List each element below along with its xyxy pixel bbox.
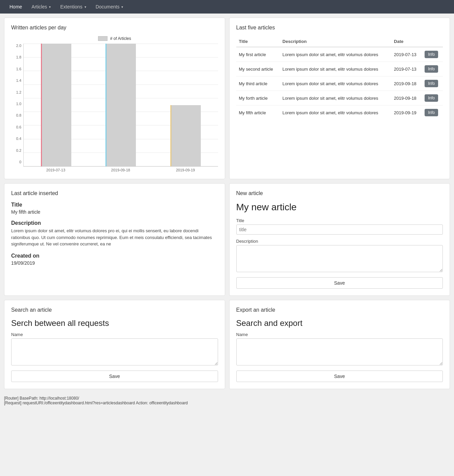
col-title: Title <box>236 36 280 47</box>
info-button[interactable]: Info <box>425 94 438 102</box>
export-save-button[interactable]: Save <box>236 371 443 382</box>
bar-yellow-line <box>170 105 171 167</box>
bar-2 <box>105 44 136 166</box>
footer: [Router] BasePath: http://localhost:1808… <box>0 393 454 408</box>
chart-container: 2.0 1.8 1.6 1.4 1.2 1.0 0.8 0.6 0.4 0.2 … <box>11 44 218 172</box>
export-article-card: Export an article Search and export Name… <box>229 300 450 389</box>
search-save-button[interactable]: Save <box>11 371 218 382</box>
chart-grid <box>23 44 218 167</box>
nav-documents[interactable]: Documents ▾ <box>92 1 127 12</box>
new-article-card: New article My new article Title Descrip… <box>229 183 450 296</box>
article-title: My fifth article <box>236 105 280 120</box>
col-date: Date <box>391 36 422 47</box>
info-button[interactable]: Info <box>425 65 438 73</box>
article-date: 2019-09-18 <box>391 91 422 105</box>
last-five-card: Last five articles Title Description Dat… <box>229 18 450 179</box>
article-date: 2019-09-18 <box>391 76 422 91</box>
legend-label: # of Articles <box>110 36 131 41</box>
article-description: Lorem ipsum dolor sit amet, elitr volumu… <box>280 76 391 91</box>
bar-3 <box>170 105 201 167</box>
new-article-save-button[interactable]: Save <box>236 277 443 289</box>
chevron-down-icon: ▾ <box>49 5 51 9</box>
search-name-textarea[interactable] <box>11 338 218 365</box>
table-row: My fifth article Lorem ipsum dolor sit a… <box>236 105 443 120</box>
title-label: Title <box>11 202 218 208</box>
info-button[interactable]: Info <box>425 80 438 87</box>
article-date: 2019-09-19 <box>391 105 422 120</box>
article-info-cell: Info <box>422 62 443 76</box>
main-content: Written articles per day # of Articles 2… <box>0 14 454 393</box>
new-article-section-title: New article <box>236 190 443 196</box>
search-section-title: Search an article <box>11 307 218 313</box>
new-description-textarea[interactable] <box>236 245 443 272</box>
x-label-1: 2019-07-13 <box>41 168 71 172</box>
article-description: Lorem ipsum dolor sit amet, elitr volumu… <box>280 47 391 62</box>
article-title: My first article <box>236 47 280 62</box>
chart-card: Written articles per day # of Articles 2… <box>4 18 225 179</box>
chevron-down-icon: ▾ <box>85 5 86 9</box>
export-section-title: Export an article <box>236 307 443 313</box>
article-info-cell: Info <box>422 105 443 120</box>
created-label: Created on <box>11 253 218 259</box>
search-article-card: Search an article Serch between all requ… <box>4 300 225 389</box>
articles-table: Title Description Date My first article … <box>236 36 443 120</box>
article-description: Lorem ipsum dolor sit amet, elitr volumu… <box>280 62 391 76</box>
last-five-title: Last five articles <box>236 25 443 31</box>
col-action <box>422 36 443 47</box>
legend-box <box>98 36 107 41</box>
new-description-label: Description <box>236 239 443 244</box>
bar-red-line <box>41 44 42 166</box>
table-row: My second article Lorem ipsum dolor sit … <box>236 62 443 76</box>
article-description: Lorem ipsum dolor sit amet, elitr volumu… <box>280 105 391 120</box>
x-label-2: 2019-09-18 <box>105 168 136 172</box>
nav-articles[interactable]: Articles ▾ <box>27 1 55 12</box>
footer-line2: [Request] requestURI:/officeentitydashbo… <box>4 401 450 405</box>
article-date: 2019-07-13 <box>391 62 422 76</box>
info-button[interactable]: Info <box>425 51 438 58</box>
chart-legend: # of Articles <box>11 36 218 41</box>
last-article-section-title: Last article inserted <box>11 190 218 196</box>
footer-line1: [Router] BasePath: http://localhost:1808… <box>4 396 450 401</box>
bar-1 <box>41 44 71 166</box>
article-title: My third article <box>236 76 280 91</box>
article-info-cell: Info <box>422 47 443 62</box>
col-description: Description <box>280 36 391 47</box>
chart-inner: 2019-07-13 2019-09-18 2019-09-19 <box>23 44 218 172</box>
table-row: My forth article Lorem ipsum dolor sit a… <box>236 91 443 105</box>
table-row: My first article Lorem ipsum dolor sit a… <box>236 47 443 62</box>
x-label-3: 2019-09-19 <box>170 168 201 172</box>
article-date: 2019-07-13 <box>391 47 422 62</box>
export-name-textarea[interactable] <box>236 338 443 365</box>
article-info-cell: Info <box>422 91 443 105</box>
article-title: My forth article <box>236 91 280 105</box>
navbar: Home Articles ▾ Extentions ▾ Documents ▾ <box>0 0 454 14</box>
description-value: Lorem ipsum dolor sit amet, elitr volumu… <box>11 228 218 247</box>
nav-extentions[interactable]: Extentions ▾ <box>56 1 90 12</box>
bar-blue-line <box>105 44 106 166</box>
search-heading: Serch between all requests <box>11 318 218 328</box>
last-article-card: Last article inserted Title My fifth art… <box>4 183 225 296</box>
created-value: 19/09/2019 <box>11 260 218 266</box>
new-title-label: Title <box>236 218 443 223</box>
search-name-label: Name <box>11 332 218 337</box>
new-title-input[interactable] <box>236 224 443 235</box>
article-info-cell: Info <box>422 76 443 91</box>
nav-home[interactable]: Home <box>5 1 26 12</box>
title-value: My fifth article <box>11 209 218 215</box>
article-description: Lorem ipsum dolor sit amet, elitr volumu… <box>280 91 391 105</box>
description-label: Description <box>11 220 218 226</box>
x-labels: 2019-07-13 2019-09-18 2019-09-19 <box>23 167 218 172</box>
chevron-down-icon: ▾ <box>121 5 123 9</box>
y-axis: 2.0 1.8 1.6 1.4 1.2 1.0 0.8 0.6 0.4 0.2 … <box>11 44 23 172</box>
table-row: My third article Lorem ipsum dolor sit a… <box>236 76 443 91</box>
chart-title: Written articles per day <box>11 25 218 31</box>
export-heading: Search and export <box>236 318 443 328</box>
new-article-heading: My new article <box>236 202 443 213</box>
article-title: My second article <box>236 62 280 76</box>
info-button[interactable]: Info <box>425 109 438 116</box>
export-name-label: Name <box>236 332 443 337</box>
bars-area <box>24 44 218 166</box>
